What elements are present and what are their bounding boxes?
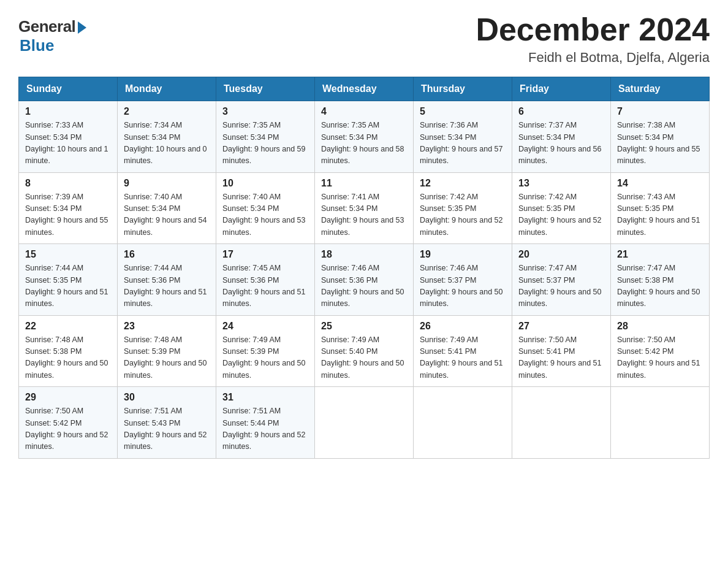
table-cell: 27 Sunrise: 7:50 AMSunset: 5:41 PMDaylig… (512, 315, 611, 387)
table-cell: 22 Sunrise: 7:48 AMSunset: 5:38 PMDaylig… (19, 315, 118, 387)
day-info: Sunrise: 7:43 AMSunset: 5:35 PMDaylight:… (617, 191, 703, 239)
table-cell: 21 Sunrise: 7:47 AMSunset: 5:38 PMDaylig… (611, 244, 710, 316)
weekday-header-wednesday: Wednesday (315, 77, 414, 101)
day-info: Sunrise: 7:44 AMSunset: 5:35 PMDaylight:… (25, 262, 111, 310)
calendar-table: SundayMondayTuesdayWednesdayThursdayFrid… (18, 77, 710, 459)
day-info: Sunrise: 7:50 AMSunset: 5:42 PMDaylight:… (25, 405, 111, 453)
table-cell: 17 Sunrise: 7:45 AMSunset: 5:36 PMDaylig… (216, 244, 315, 316)
table-cell: 8 Sunrise: 7:39 AMSunset: 5:34 PMDayligh… (19, 172, 118, 244)
table-cell: 5 Sunrise: 7:36 AMSunset: 5:34 PMDayligh… (414, 101, 512, 173)
day-info: Sunrise: 7:33 AMSunset: 5:34 PMDaylight:… (25, 120, 111, 167)
logo-general-text: General (18, 17, 75, 36)
week-row-1: 1 Sunrise: 7:33 AMSunset: 5:34 PMDayligh… (19, 101, 710, 173)
table-cell: 31 Sunrise: 7:51 AMSunset: 5:44 PMDaylig… (216, 387, 315, 459)
week-row-3: 15 Sunrise: 7:44 AMSunset: 5:35 PMDaylig… (19, 244, 710, 316)
week-row-2: 8 Sunrise: 7:39 AMSunset: 5:34 PMDayligh… (19, 172, 710, 244)
table-cell: 26 Sunrise: 7:49 AMSunset: 5:41 PMDaylig… (414, 315, 512, 387)
day-number: 20 (518, 249, 604, 260)
day-number: 21 (617, 249, 703, 260)
table-cell: 19 Sunrise: 7:46 AMSunset: 5:37 PMDaylig… (414, 244, 512, 316)
table-cell: 6 Sunrise: 7:37 AMSunset: 5:34 PMDayligh… (512, 101, 611, 173)
table-cell: 23 Sunrise: 7:48 AMSunset: 5:39 PMDaylig… (118, 315, 216, 387)
day-number: 8 (25, 178, 111, 189)
logo-blue-text: Blue (20, 36, 54, 55)
weekday-header-friday: Friday (512, 77, 611, 101)
header: General Blue December 2024 Feidh el Botm… (18, 12, 710, 66)
day-info: Sunrise: 7:47 AMSunset: 5:38 PMDaylight:… (617, 262, 703, 310)
day-info: Sunrise: 7:34 AMSunset: 5:34 PMDaylight:… (124, 120, 210, 167)
day-info: Sunrise: 7:50 AMSunset: 5:42 PMDaylight:… (617, 334, 703, 382)
day-info: Sunrise: 7:49 AMSunset: 5:40 PMDaylight:… (321, 334, 407, 382)
day-number: 17 (222, 249, 308, 260)
table-cell: 15 Sunrise: 7:44 AMSunset: 5:35 PMDaylig… (19, 244, 118, 316)
table-cell (611, 387, 710, 459)
table-cell: 16 Sunrise: 7:44 AMSunset: 5:36 PMDaylig… (118, 244, 216, 316)
day-number: 3 (222, 106, 308, 117)
weekday-header-sunday: Sunday (19, 77, 118, 101)
day-number: 27 (518, 321, 604, 332)
table-cell: 12 Sunrise: 7:42 AMSunset: 5:35 PMDaylig… (414, 172, 512, 244)
day-info: Sunrise: 7:51 AMSunset: 5:43 PMDaylight:… (124, 405, 210, 453)
day-info: Sunrise: 7:36 AMSunset: 5:34 PMDaylight:… (420, 120, 506, 167)
day-info: Sunrise: 7:48 AMSunset: 5:38 PMDaylight:… (25, 334, 111, 382)
day-info: Sunrise: 7:40 AMSunset: 5:34 PMDaylight:… (222, 191, 308, 239)
day-number: 14 (617, 178, 703, 189)
weekday-header-thursday: Thursday (414, 77, 512, 101)
day-info: Sunrise: 7:48 AMSunset: 5:39 PMDaylight:… (124, 334, 210, 382)
day-info: Sunrise: 7:45 AMSunset: 5:36 PMDaylight:… (222, 262, 308, 310)
table-cell (512, 387, 611, 459)
day-number: 12 (420, 178, 506, 189)
day-info: Sunrise: 7:35 AMSunset: 5:34 PMDaylight:… (222, 120, 308, 167)
weekday-header-monday: Monday (118, 77, 216, 101)
day-number: 1 (25, 106, 111, 117)
table-cell: 20 Sunrise: 7:47 AMSunset: 5:37 PMDaylig… (512, 244, 611, 316)
day-info: Sunrise: 7:49 AMSunset: 5:41 PMDaylight:… (420, 334, 506, 382)
table-cell: 29 Sunrise: 7:50 AMSunset: 5:42 PMDaylig… (19, 387, 118, 459)
day-info: Sunrise: 7:42 AMSunset: 5:35 PMDaylight:… (518, 191, 604, 239)
table-cell: 30 Sunrise: 7:51 AMSunset: 5:43 PMDaylig… (118, 387, 216, 459)
day-info: Sunrise: 7:41 AMSunset: 5:34 PMDaylight:… (321, 191, 407, 239)
day-info: Sunrise: 7:38 AMSunset: 5:34 PMDaylight:… (617, 120, 703, 167)
day-number: 18 (321, 249, 407, 260)
table-cell: 10 Sunrise: 7:40 AMSunset: 5:34 PMDaylig… (216, 172, 315, 244)
day-number: 30 (124, 392, 210, 403)
day-number: 10 (222, 178, 308, 189)
day-number: 5 (420, 106, 506, 117)
table-cell: 14 Sunrise: 7:43 AMSunset: 5:35 PMDaylig… (611, 172, 710, 244)
day-number: 16 (124, 249, 210, 260)
day-info: Sunrise: 7:40 AMSunset: 5:34 PMDaylight:… (124, 191, 210, 239)
table-cell: 7 Sunrise: 7:38 AMSunset: 5:34 PMDayligh… (611, 101, 710, 173)
day-info: Sunrise: 7:35 AMSunset: 5:34 PMDaylight:… (321, 120, 407, 167)
day-info: Sunrise: 7:39 AMSunset: 5:34 PMDaylight:… (25, 191, 111, 239)
day-number: 31 (222, 392, 308, 403)
weekday-header-row: SundayMondayTuesdayWednesdayThursdayFrid… (19, 77, 710, 101)
day-number: 23 (124, 321, 210, 332)
day-info: Sunrise: 7:42 AMSunset: 5:35 PMDaylight:… (420, 191, 506, 239)
day-number: 28 (617, 321, 703, 332)
week-row-4: 22 Sunrise: 7:48 AMSunset: 5:38 PMDaylig… (19, 315, 710, 387)
day-number: 19 (420, 249, 506, 260)
week-row-5: 29 Sunrise: 7:50 AMSunset: 5:42 PMDaylig… (19, 387, 710, 459)
day-number: 26 (420, 321, 506, 332)
day-number: 11 (321, 178, 407, 189)
logo-arrow-icon (78, 21, 86, 34)
month-year-title: December 2024 (476, 12, 710, 47)
table-cell (414, 387, 512, 459)
day-info: Sunrise: 7:47 AMSunset: 5:37 PMDaylight:… (518, 262, 604, 310)
table-cell: 13 Sunrise: 7:42 AMSunset: 5:35 PMDaylig… (512, 172, 611, 244)
day-number: 29 (25, 392, 111, 403)
table-cell: 3 Sunrise: 7:35 AMSunset: 5:34 PMDayligh… (216, 101, 315, 173)
day-info: Sunrise: 7:50 AMSunset: 5:41 PMDaylight:… (518, 334, 604, 382)
day-info: Sunrise: 7:46 AMSunset: 5:36 PMDaylight:… (321, 262, 407, 310)
table-cell: 24 Sunrise: 7:49 AMSunset: 5:39 PMDaylig… (216, 315, 315, 387)
day-number: 2 (124, 106, 210, 117)
location-subtitle: Feidh el Botma, Djelfa, Algeria (476, 50, 710, 66)
table-cell: 9 Sunrise: 7:40 AMSunset: 5:34 PMDayligh… (118, 172, 216, 244)
table-cell: 1 Sunrise: 7:33 AMSunset: 5:34 PMDayligh… (19, 101, 118, 173)
day-info: Sunrise: 7:49 AMSunset: 5:39 PMDaylight:… (222, 334, 308, 382)
day-number: 22 (25, 321, 111, 332)
weekday-header-tuesday: Tuesday (216, 77, 315, 101)
day-number: 9 (124, 178, 210, 189)
logo: General Blue (18, 17, 86, 55)
day-number: 13 (518, 178, 604, 189)
